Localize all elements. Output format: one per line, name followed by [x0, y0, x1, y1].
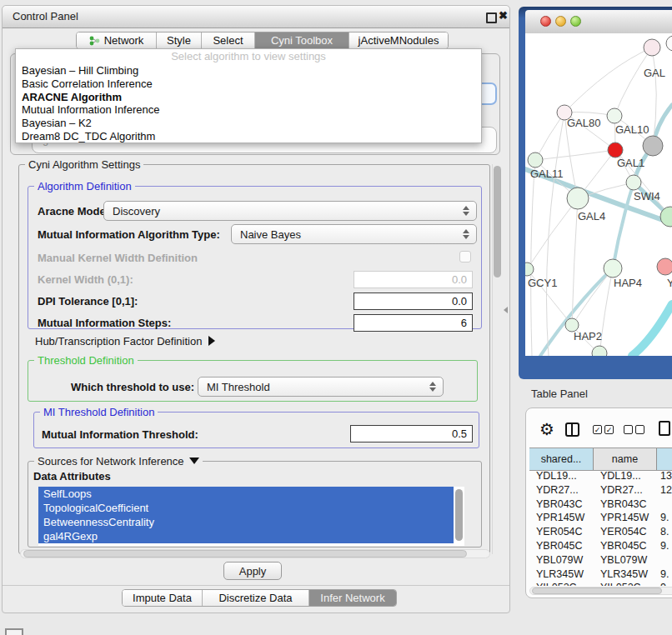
network-node[interactable] [608, 142, 623, 158]
network-tab-icon [89, 36, 100, 46]
kernel-width-field[interactable] [354, 271, 473, 288]
data-attribute-item[interactable]: TopologicalCoefficient [38, 501, 454, 515]
network-edge[interactable] [613, 182, 634, 268]
mi-steps-field[interactable] [354, 314, 473, 332]
table-horizontal-scrollbar[interactable] [529, 587, 672, 595]
table-row[interactable]: YBR045CYBR045C9. [529, 539, 672, 553]
column-header-name[interactable]: name [594, 448, 657, 470]
sources-toggle[interactable]: Sources for Network Inference [34, 455, 203, 468]
column-header-extra[interactable]: A [657, 448, 672, 470]
table-row[interactable]: YDR27...YDR27...12 [529, 483, 672, 498]
table-header: shared... name A [529, 448, 672, 471]
data-attribute-item[interactable]: gal4RGexp [38, 529, 454, 543]
table-cell: YLR345W [529, 568, 594, 582]
column-header-shared[interactable]: shared... [529, 448, 594, 470]
algorithm-option[interactable]: Bayesian – K2 [16, 117, 481, 130]
minimize-traffic-light-icon[interactable] [555, 16, 566, 27]
table-row[interactable]: YBL079WYBL079W [529, 553, 672, 568]
settings-horizontal-thumb[interactable] [23, 550, 467, 558]
threshold-definition-title: Threshold Definition [34, 354, 138, 367]
network-node[interactable] [592, 346, 607, 356]
tab-select[interactable]: Select [202, 32, 255, 48]
table-row[interactable]: YER054CYER054C8. [529, 525, 672, 539]
network-edge[interactable] [527, 198, 578, 269]
network-node[interactable] [657, 258, 672, 275]
panel-collapse-arrow-icon[interactable] [504, 307, 508, 313]
dpi-tolerance-field[interactable] [354, 292, 473, 310]
mi-threshold-title: MI Threshold Definition [40, 406, 158, 418]
network-node[interactable] [604, 259, 622, 278]
tab-discretize-data[interactable]: Discretize Data [203, 590, 309, 606]
network-node[interactable] [626, 175, 641, 190]
table-row[interactable]: YPR145WYPR145W9. [529, 511, 672, 525]
network-view-canvas[interactable]: GALGAL80GAL10GAL1GAL11SWI4GAL4GCY1HAP4YH… [525, 33, 672, 356]
bottom-tab-bar: Impute Data Discretize Data Infer Networ… [122, 589, 397, 607]
minimized-panel-icon[interactable] [5, 628, 23, 635]
algorithm-option[interactable]: Dream8 DC_TDC Algorithm [16, 130, 481, 143]
table-row[interactable]: YBR043CYBR043C [529, 498, 672, 512]
algorithm-option[interactable]: Bayesian – Hill Climbing [16, 64, 481, 78]
close-icon[interactable]: ✖ [499, 9, 508, 22]
checked-checkbox-icon-2[interactable]: ✓ [604, 425, 614, 434]
control-panel-titlebar[interactable]: Control Panel ✖ [3, 6, 509, 28]
zoom-traffic-light-icon[interactable] [570, 16, 581, 27]
unchecked-checkbox-icon-1[interactable] [624, 425, 633, 434]
network-edge[interactable] [572, 268, 613, 325]
tab-network[interactable]: Network [77, 32, 157, 48]
network-edge[interactable] [535, 150, 615, 160]
table-row[interactable]: YDL19...YDL19...13 [529, 469, 672, 483]
data-attribute-item[interactable]: BetweennessCentrality [38, 515, 454, 529]
which-threshold-combobox[interactable]: MI Threshold [198, 377, 444, 397]
hub-definition-toggle[interactable]: Hub/Transcription Factor Definition [35, 335, 215, 348]
dropdown-prompt: Select algorithm to view settings [16, 49, 481, 64]
table-cell: 9. [657, 568, 672, 582]
data-attribute-item[interactable]: SelfLoops [38, 487, 454, 501]
network-edge[interactable] [564, 48, 652, 112]
tab-infer-network[interactable]: Infer Network [309, 590, 396, 606]
algorithm-option[interactable]: ARACNE Algorithm [16, 91, 481, 104]
settings-vertical-scrollbar[interactable] [492, 164, 502, 554]
settings-vertical-thumb[interactable] [494, 166, 501, 278]
apply-button[interactable]: Apply [223, 562, 282, 580]
combobox-arrows-icon [463, 229, 469, 239]
network-edge[interactable] [546, 112, 564, 356]
settings-horizontal-scrollbar[interactable] [20, 549, 490, 558]
table-row[interactable]: YLR345WYLR345W9. [529, 568, 672, 582]
tab-style[interactable]: Style [157, 32, 202, 48]
network-node[interactable] [644, 39, 660, 56]
mi-threshold-field[interactable] [350, 425, 473, 442]
document-icon[interactable] [659, 421, 670, 436]
network-edge[interactable] [614, 48, 652, 116]
manual-kernel-label: Manual Kernel Width Definition [38, 252, 198, 264]
tab-cyni-toolbox[interactable]: Cyni Toolbox [255, 32, 349, 48]
float-window-icon[interactable] [486, 12, 497, 23]
network-window-titlebar[interactable] [525, 10, 672, 34]
manual-kernel-checkbox[interactable] [459, 251, 471, 262]
mi-type-combobox[interactable]: Naive Bayes [231, 224, 477, 244]
network-node[interactable] [567, 188, 589, 209]
tab-jactivemnodules[interactable]: jActiveMNodules [349, 32, 448, 48]
network-node[interactable] [666, 36, 672, 51]
aracne-mode-combobox[interactable]: Discovery [103, 201, 477, 221]
tab-impute-data[interactable]: Impute Data [123, 590, 203, 606]
table-row[interactable]: YIL052CYIL052C9 [529, 581, 672, 586]
network-node[interactable] [528, 152, 543, 168]
close-traffic-light-icon[interactable] [540, 16, 551, 27]
columns-icon[interactable] [565, 422, 579, 437]
table-cell: YBL079W [529, 553, 594, 568]
network-edge[interactable] [632, 304, 672, 356]
table-horizontal-thumb[interactable] [532, 588, 662, 594]
attributes-scrollbar-thumb[interactable] [455, 489, 463, 541]
algorithm-option[interactable]: Basic Correlation Inference [16, 78, 481, 91]
checked-checkbox-icon-1[interactable]: ✓ [593, 425, 602, 434]
network-node[interactable] [643, 136, 663, 156]
unchecked-checkbox-icon-2[interactable] [635, 425, 644, 434]
network-node[interactable] [607, 108, 622, 123]
network-graph[interactable]: GALGAL80GAL10GAL1GAL11SWI4GAL4GCY1HAP4YH… [525, 33, 672, 356]
algorithm-option[interactable]: Mutual Information Inference [16, 103, 481, 117]
table-cell: 13 [657, 469, 672, 483]
network-node[interactable] [525, 262, 534, 276]
which-threshold-value: MI Threshold [207, 381, 270, 393]
gear-icon[interactable]: ⚙ [539, 421, 554, 438]
attributes-scrollbar[interactable] [455, 488, 463, 543]
